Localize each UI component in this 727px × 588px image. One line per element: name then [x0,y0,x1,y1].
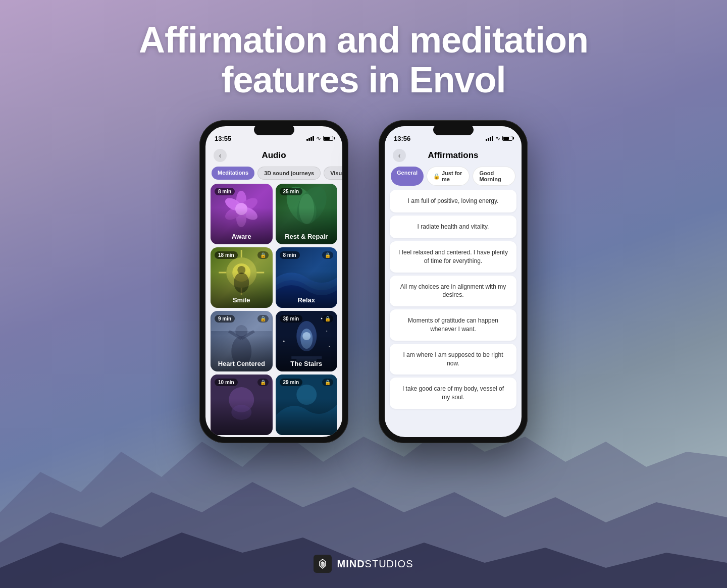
title-smile: Smile [211,296,273,304]
lock-row4b: 🔒 [322,379,333,386]
back-button-audio[interactable]: ‹ [214,149,227,162]
status-icons-left: ∿ [306,135,333,142]
status-icons-right: ∿ [486,135,512,142]
title-relax: Relax [276,296,338,304]
card-rest[interactable]: 25 min Rest & Repair [276,184,338,244]
phones-container: 13:55 ∿ ‹ Audio [0,115,727,448]
card-aware[interactable]: 8 min Aware [211,184,273,244]
lock-stairs: 🔒 [322,315,333,323]
wifi-icon: ∿ [316,135,321,142]
affirmations-list: I am full of positive, loving energy. I … [385,190,522,437]
lock-smile: 🔒 [257,251,269,259]
title-heart: Heart Centered [211,360,273,367]
card-row4b[interactable]: 29 min 🔒 [276,375,338,435]
footer: MINDSTUDIOS [0,555,727,573]
tab-meditations[interactable]: Meditations [212,167,254,180]
title-aware: Aware [211,233,273,240]
duration-relax: 8 min [280,251,300,259]
footer-brand: MINDSTUDIOS [337,558,413,570]
affirmation-5[interactable]: Moments of gratitude can happen whenever… [390,309,516,341]
tab-3d-journeys[interactable]: 3D sound journeys [257,167,321,180]
card-stairs[interactable]: 30 min 🔒 The Stairs [276,311,338,371]
affirmation-3[interactable]: I feel relaxed and centered. I have plen… [390,241,516,273]
card-heart[interactable]: 9 min 🔒 Heart Centered [211,311,273,371]
wifi-icon-right: ∿ [495,135,500,142]
phone-affirmations: 13:56 ∿ ‹ Affirmations [379,120,528,443]
dynamic-island-right [433,124,474,135]
affirmation-7[interactable]: I take good care of my body, vessel of m… [390,378,516,409]
audio-tabs: Meditations 3D sound journeys Visualiz..… [205,165,342,184]
duration-aware: 8 min [215,188,235,195]
title-rest: Rest & Repair [276,233,338,240]
time-right: 13:56 [394,135,410,142]
duration-smile: 18 min [215,251,238,259]
lock-relax: 🔒 [322,251,333,259]
duration-stairs: 30 min [280,315,303,323]
lock-row4a: 🔒 [257,379,269,386]
affirmation-2[interactable]: I radiate health and vitality. [390,216,516,238]
tab-general[interactable]: General [391,167,424,186]
lock-just-for-me-icon: 🔒 [433,173,440,180]
audio-grid: 8 min Aware 25 min Rest & Repair [205,184,342,437]
audio-title: Audio [262,150,286,161]
card-smile[interactable]: 18 min 🔒 Smile [211,247,273,308]
tab-good-morning[interactable]: Good Morning [473,167,515,186]
card-relax[interactable]: 8 min 🔒 Relax [276,247,338,308]
nav-bar-audio: ‹ Audio [205,148,342,165]
duration-rest: 25 min [280,188,303,195]
signal-icon [306,136,314,141]
affirmation-4[interactable]: All my choices are in alignment with my … [390,276,516,307]
title-stairs: The Stairs [276,360,338,367]
affirmations-screen: 13:56 ∿ ‹ Affirmations [385,126,522,437]
duration-heart: 9 min [215,315,235,323]
audio-screen: 13:55 ∿ ‹ Audio [205,126,342,437]
tab-visualiz[interactable]: Visualiz... [324,167,342,180]
duration-row4b: 29 min [280,379,303,386]
hero-section: Affirmation and meditation features in E… [0,0,727,115]
phone-audio: 13:55 ∿ ‹ Audio [199,120,348,443]
tab-just-for-me[interactable]: 🔒 Just for me [427,167,470,186]
affirmations-tabs: General 🔒 Just for me Good Morning [385,165,522,190]
affirmation-6[interactable]: I am where I am supposed to be right now… [390,344,516,375]
signal-icon-right [486,136,493,141]
battery-icon-right [502,136,512,141]
hero-title: Affirmation and meditation features in E… [10,20,717,100]
affirmation-1[interactable]: I am full of positive, loving energy. [390,190,516,212]
footer-logo [314,555,332,573]
nav-bar-affirmations: ‹ Affirmations [385,148,522,165]
dynamic-island-left [254,124,294,135]
duration-row4a: 10 min [215,379,238,386]
affirmations-title: Affirmations [428,150,478,161]
card-row4a[interactable]: 10 min 🔒 [211,375,273,435]
lock-heart: 🔒 [257,315,269,323]
battery-icon [323,136,333,141]
back-button-affirmations[interactable]: ‹ [393,149,406,162]
time-left: 13:55 [215,135,231,142]
